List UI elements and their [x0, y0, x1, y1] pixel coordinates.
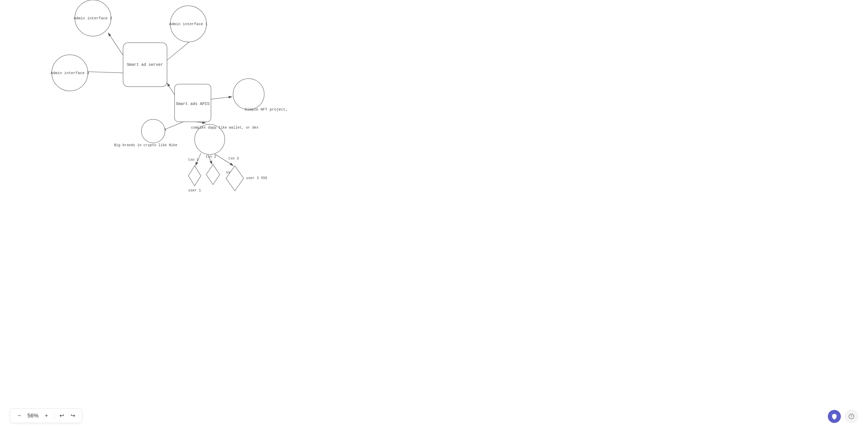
label-txn1-top: txn 1 [188, 158, 199, 162]
node-big-brands[interactable] [142, 119, 165, 143]
edge-server-admin2 [108, 33, 123, 55]
label-smart-ad-server: Smart ad server [127, 63, 163, 67]
node-user2[interactable] [206, 164, 220, 185]
svg-text:?: ? [850, 414, 852, 419]
diagram-svg: Smart ad server Smart ads APIS Admin int… [0, 0, 868, 433]
node-user1[interactable] [188, 166, 201, 186]
zoom-level-display: 56% [26, 412, 40, 419]
help-icon-button[interactable]: ? [845, 410, 858, 423]
label-txn3-top: txn 3 [228, 156, 239, 160]
label-admin-interface-1: Admin interface 1 [169, 22, 208, 26]
label-user3: user 3 555 [246, 176, 267, 180]
label-user1: user 1 [188, 188, 201, 192]
diagram-canvas[interactable]: Smart ad server Smart ads APIS Admin int… [0, 0, 868, 433]
edge-apis-nft [211, 97, 232, 99]
zoom-out-button[interactable]: − [15, 411, 24, 420]
label-txn2-top: txn 2 [206, 155, 216, 159]
toolbar-divider [54, 412, 54, 419]
label-admin-interface-2: Admin interface 2 [73, 16, 112, 21]
edge-apis-brands [162, 122, 183, 131]
undo-button[interactable]: ↩ [57, 411, 66, 420]
label-admin-interface-3: Admin interface 3 [51, 71, 89, 75]
label-simple-nft: Simple NFT project, [245, 107, 287, 112]
edge-server-admin3 [84, 71, 123, 73]
bottom-right-actions: ? [828, 410, 858, 423]
node-simple-nft[interactable] [233, 79, 264, 110]
node-user3[interactable] [226, 166, 244, 191]
label-smart-ads-apis: Smart ads APIS [176, 102, 210, 106]
zoom-in-button[interactable]: + [42, 411, 51, 420]
zoom-toolbar: − 56% + ↩ ↪ [10, 408, 82, 423]
label-big-brands: Big brands in crypto like Nike [114, 143, 177, 147]
redo-button[interactable]: ↪ [68, 411, 78, 420]
label-complex-dapp: complex dapp like wallet, or dex [191, 126, 259, 130]
shield-icon-button[interactable] [828, 410, 841, 423]
